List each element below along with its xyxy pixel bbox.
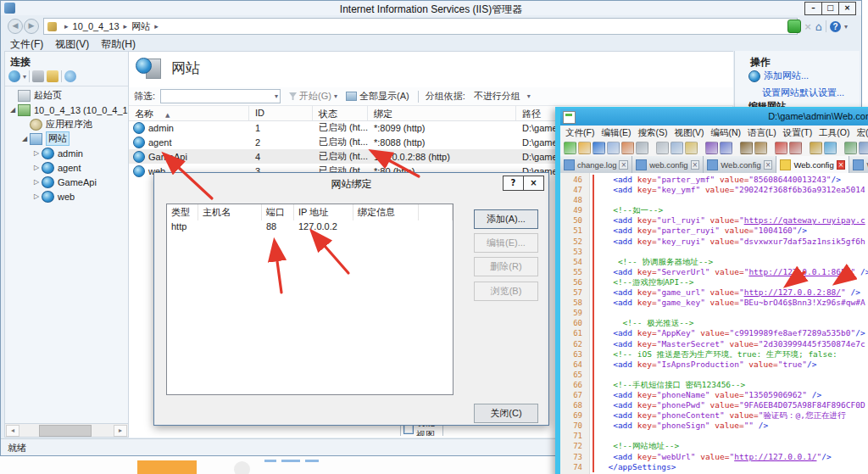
code-line[interactable]: 56 <!--游戏控制API--> xyxy=(560,277,868,287)
help-icon[interactable]: ? xyxy=(830,21,841,32)
breadcrumb-segment[interactable]: 10_0_4_13 xyxy=(73,21,120,31)
code-line[interactable]: 65 xyxy=(560,370,868,380)
tree-item-10-0-4-13-10-0-4-13-adm[interactable]: ◢10_0_4_13 (10_0_4_13\Adm xyxy=(5,103,128,117)
notepad-menu-item[interactable]: 宏(M) xyxy=(853,125,868,140)
notepad-menu-item[interactable]: 视图(V) xyxy=(670,125,707,140)
zoom-out-icon[interactable] xyxy=(789,142,802,154)
tree-expander[interactable]: ▷ xyxy=(32,149,41,157)
help-dropdown-caret[interactable]: ▾ xyxy=(844,23,848,31)
code-line[interactable]: 62 <add key="MasterSecret" value="2d3039… xyxy=(560,339,868,349)
tree-item-gameapi[interactable]: ▷GameApi xyxy=(5,175,128,189)
bindings-list-header[interactable]: 类型主机名端口IP 地址绑定信息 xyxy=(167,204,453,220)
tree-item--[interactable]: 应用程序池 xyxy=(5,117,128,131)
maximize-button[interactable]: □ xyxy=(821,2,839,15)
code-line[interactable]: 70 <add key="phoneSign" value="" /> xyxy=(560,421,868,431)
open-file-icon[interactable] xyxy=(578,142,591,154)
code-line[interactable]: 67 <add key="phoneName" value="135059069… xyxy=(560,390,868,400)
tab-close-icon[interactable]: × xyxy=(764,160,773,170)
binding-column-IP 地址[interactable]: IP 地址 xyxy=(294,204,353,220)
column-header-名称[interactable]: 名称▲ xyxy=(129,106,249,120)
tree-expander[interactable]: ▷ xyxy=(32,192,41,200)
editor-tab-Web.config[interactable]: Web.config× xyxy=(704,156,776,173)
bindings-list[interactable]: 类型主机名端口IP 地址绑定信息 http88127.0.0.2 xyxy=(166,204,453,395)
iis-titlebar[interactable]: Internet Information Services (IIS)管理器 –… xyxy=(1,1,861,15)
tree-item-admin[interactable]: ▷admin xyxy=(5,146,128,160)
scroll-left-arrow[interactable]: ◂ xyxy=(6,425,19,437)
zoom-in-icon[interactable] xyxy=(775,142,787,154)
show-symbol-icon[interactable] xyxy=(859,142,868,154)
close-icon[interactable] xyxy=(621,142,634,154)
dialog-help-button[interactable]: ? xyxy=(503,176,524,191)
play-macro-icon[interactable] xyxy=(824,142,837,154)
notepad-menu-item[interactable]: 工具(O) xyxy=(815,125,853,140)
tree-expander[interactable]: ◢ xyxy=(8,106,17,114)
notepad-menu-item[interactable]: 文件(F) xyxy=(562,125,598,140)
notepad-menu-item[interactable]: 编辑(E) xyxy=(598,125,634,140)
save-icon[interactable] xyxy=(593,142,605,154)
tree-expander[interactable]: ◢ xyxy=(20,135,29,142)
code-line[interactable]: 60 <!-- 极光推送--> xyxy=(560,318,868,328)
connect-icon[interactable] xyxy=(8,70,20,82)
back-button[interactable]: ◀ xyxy=(8,19,23,34)
code-line[interactable]: 61 <add key="AppKey" value="c9919989fe8a… xyxy=(560,328,868,338)
refresh-icon[interactable] xyxy=(787,20,801,33)
code-line[interactable]: 68 <add key="phonePwd" value="9FA6EB4D07… xyxy=(560,400,868,410)
binding-row[interactable]: http88127.0.0.2 xyxy=(167,220,453,232)
code-line[interactable]: 64 <add key="IsApnsProduction" value="tr… xyxy=(560,360,868,370)
binding-column-绑定信息[interactable]: 绑定信息 xyxy=(353,204,419,220)
connect-dropdown-caret[interactable]: ▾ xyxy=(23,73,26,81)
column-header-状态[interactable]: 状态 xyxy=(313,106,368,120)
code-line[interactable]: 57 <add key="game_url" value="http://127… xyxy=(560,287,868,298)
tab-close-icon[interactable]: × xyxy=(837,160,846,170)
code-line[interactable]: 59 xyxy=(560,308,868,318)
scrollbar-thumb[interactable] xyxy=(39,425,92,437)
code-line[interactable]: 55 <add key="ServerUrl" value="http://12… xyxy=(560,267,868,277)
redo-icon[interactable] xyxy=(720,142,732,154)
action-link-1[interactable]: 设置网站默认设置... xyxy=(748,86,858,99)
notepad-menu-item[interactable]: 语言(L) xyxy=(744,125,780,140)
editor-tab-Web.config[interactable]: Web.config× xyxy=(849,156,868,173)
show-all-button[interactable]: 全部显示(A) xyxy=(346,90,409,103)
save-all-icon[interactable] xyxy=(607,142,620,154)
column-header-绑定[interactable]: 绑定 xyxy=(368,106,516,120)
code-line[interactable]: 53 xyxy=(560,247,868,257)
editor-tab-Web.config[interactable]: Web.config× xyxy=(776,156,849,173)
breadcrumb[interactable]: ▸10_0_4_13▸网站▸ xyxy=(43,18,798,35)
tab-close-icon[interactable]: × xyxy=(691,160,700,170)
code-line[interactable]: 54 <!-- 协调服务器地址--> xyxy=(560,257,868,267)
group-by-select[interactable]: 不进行分组 ▾ xyxy=(470,89,532,103)
find-icon[interactable] xyxy=(740,142,753,154)
notepad-titlebar[interactable]: D:\game\admin\Web.con xyxy=(560,109,868,125)
code-line[interactable]: 71 xyxy=(560,431,868,441)
code-line[interactable]: 58 <add key="game_key" value="BEu~brO46$… xyxy=(560,298,868,308)
code-line[interactable]: 73 <add key="webUrl" value="http://127.0… xyxy=(560,452,868,462)
notepad-menu-item[interactable]: 搜索(S) xyxy=(634,125,670,140)
breadcrumb-segment[interactable]: 网站 xyxy=(131,20,150,33)
notepad-menu-item[interactable]: 编码(N) xyxy=(707,125,744,140)
tree-expander[interactable]: ▷ xyxy=(32,164,41,171)
record-macro-icon[interactable] xyxy=(810,142,822,154)
action-link-0[interactable]: 添加网站... xyxy=(748,70,858,82)
tree-item-agent[interactable]: ▷agent xyxy=(5,160,128,175)
add-binding-button[interactable]: 添加(A)... xyxy=(474,209,538,229)
folder-up-icon[interactable] xyxy=(47,70,58,82)
scroll-right-arrow[interactable]: ▸ xyxy=(114,425,127,437)
save-icon[interactable] xyxy=(32,70,44,82)
code-line[interactable]: 52 <add key="key_ruyi" value="dsvxwxur7d… xyxy=(560,237,868,247)
code-line[interactable]: 74 </appSettings> xyxy=(560,462,868,472)
paste-icon[interactable] xyxy=(685,142,698,154)
code-line[interactable]: 66 <!--手机短信接口 密码123456--> xyxy=(560,380,868,390)
wrap-icon[interactable] xyxy=(844,142,857,154)
new-file-icon[interactable] xyxy=(564,142,576,154)
cut-icon[interactable] xyxy=(656,142,669,154)
dialog-close-button[interactable]: × xyxy=(523,176,544,191)
minimize-button[interactable]: – xyxy=(804,2,822,15)
code-line[interactable]: 72 <!--网站地址--> xyxy=(560,441,868,451)
close-button[interactable]: × xyxy=(838,2,856,15)
code-line[interactable]: 50 <add key="url_ruyi" value="https://ga… xyxy=(560,215,868,226)
close-button[interactable]: 关闭(C) xyxy=(474,404,538,423)
binding-column-主机名[interactable]: 主机名 xyxy=(198,204,262,220)
filter-input[interactable]: ▾ xyxy=(160,89,281,103)
code-line[interactable]: 46 <add key="parter_ymf" value="85608644… xyxy=(560,175,868,185)
editor-tab-change.log[interactable]: change.log× xyxy=(560,156,632,173)
